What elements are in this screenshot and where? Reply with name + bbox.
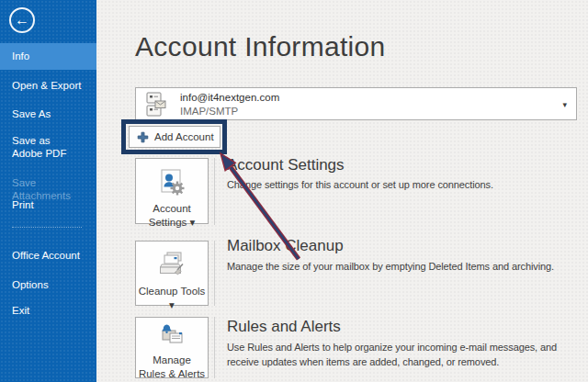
row-divider	[214, 158, 215, 225]
sidebar-item-label: Save as Adobe PDF	[12, 135, 66, 159]
sidebar-item-office-account[interactable]: Office Account	[0, 249, 96, 262]
sidebar-item-label: Print	[12, 199, 34, 210]
sidebar-item-label: Open & Export	[12, 80, 81, 91]
manage-rules-alerts-button[interactable]: Manage Rules & Alerts	[135, 317, 209, 378]
section-desc-rules-alerts: Use Rules and Alerts to help organize yo…	[227, 341, 587, 370]
manage-rules-alerts-button-label: Manage Rules & Alerts	[138, 354, 206, 381]
row-divider	[214, 241, 215, 306]
account-settings-button-label: Account Settings ▾	[138, 202, 206, 230]
backstage-sidebar: ← Info Open & Export Save As Save as Ado…	[0, 0, 96, 382]
cleanup-tools-button-label: Cleanup Tools ▾	[138, 285, 206, 312]
page-title: Account Information	[135, 31, 386, 62]
add-account-label: Add Account	[154, 131, 214, 142]
account-drawer-icon	[143, 91, 167, 122]
section-desc-account-settings: Change settings for this account or set …	[227, 178, 587, 193]
cleanup-tools-icon	[156, 250, 187, 285]
manage-rules-alerts-icon	[157, 322, 187, 354]
sidebar-item-info[interactable]: Info	[0, 43, 96, 70]
sidebar-item-label: Options	[12, 279, 49, 290]
account-protocol: IMAP/SMTP	[180, 106, 238, 117]
sidebar-item-label: Exit	[12, 305, 29, 316]
account-information-panel: Account Information info@it4nextgen.com …	[96, 0, 588, 382]
back-button[interactable]: ←	[9, 7, 35, 33]
account-selector-dropdown[interactable]: info@it4nextgen.com IMAP/SMTP ▾	[135, 87, 577, 120]
section-desc-mailbox-cleanup: Manage the size of your mailbox by empty…	[227, 260, 587, 275]
account-settings-icon	[156, 167, 187, 202]
section-heading-mailbox-cleanup: Mailbox Cleanup	[227, 237, 344, 255]
section-heading-account-settings: Account Settings	[227, 156, 345, 174]
sidebar-item-save-as-adobe-pdf[interactable]: Save as Adobe PDF	[0, 134, 87, 161]
sidebar-item-label: Office Account	[12, 250, 80, 261]
account-settings-button[interactable]: Account Settings ▾	[135, 158, 209, 224]
sidebar-item-label: Info	[12, 51, 29, 62]
add-account-button[interactable]: Add Account	[129, 126, 220, 148]
dropdown-caret-icon: ▾	[562, 100, 567, 109]
plus-icon	[137, 131, 149, 143]
outlook-backstage-view: ← Info Open & Export Save As Save as Ado…	[0, 0, 588, 382]
sidebar-divider	[12, 227, 82, 228]
account-email: info@it4nextgen.com	[180, 92, 279, 103]
cleanup-tools-button[interactable]: Cleanup Tools ▾	[135, 241, 209, 306]
sidebar-item-exit[interactable]: Exit	[0, 304, 96, 317]
sidebar-item-print[interactable]: Print	[0, 198, 96, 211]
sidebar-item-save-as[interactable]: Save As	[0, 107, 96, 120]
row-divider	[214, 317, 215, 378]
sidebar-item-open-export[interactable]: Open & Export	[0, 79, 96, 92]
sidebar-item-options[interactable]: Options	[0, 278, 96, 291]
sidebar-item-label: Save As	[12, 108, 51, 119]
section-heading-rules-alerts: Rules and Alerts	[227, 318, 341, 336]
back-arrow-icon: ←	[15, 12, 29, 28]
